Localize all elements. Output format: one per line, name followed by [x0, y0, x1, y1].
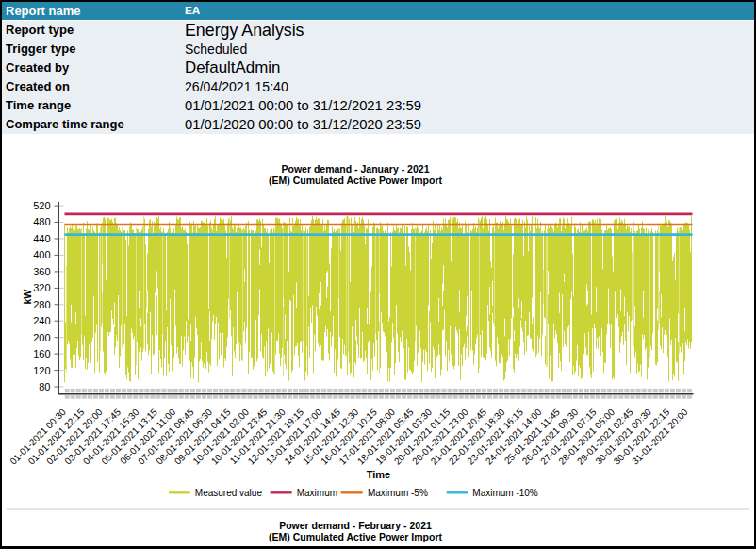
svg-text:240: 240	[33, 315, 50, 326]
svg-text:520: 520	[33, 200, 50, 211]
svg-text:320: 320	[33, 282, 50, 293]
svg-text:Maximum -5%: Maximum -5%	[368, 488, 428, 498]
svg-text:280: 280	[33, 299, 50, 310]
svg-text:400: 400	[33, 249, 50, 260]
svg-text:160: 160	[33, 348, 50, 359]
svg-text:(EM) Cumulated Active Power Im: (EM) Cumulated Active Power Import	[269, 531, 442, 542]
svg-text:480: 480	[33, 216, 50, 227]
svg-text:360: 360	[33, 266, 50, 277]
svg-text:Maximum: Maximum	[297, 488, 337, 498]
svg-text:kW: kW	[22, 290, 33, 305]
svg-text:200: 200	[33, 332, 50, 343]
svg-text:(EM) Cumulated Active Power Im: (EM) Cumulated Active Power Import	[269, 175, 442, 186]
svg-text:Maximum -10%: Maximum -10%	[472, 488, 538, 498]
svg-text:440: 440	[33, 233, 50, 244]
svg-text:Power demand - February - 2021: Power demand - February - 2021	[279, 520, 432, 531]
svg-text:120: 120	[33, 365, 50, 376]
svg-text:Time: Time	[367, 469, 390, 480]
svg-text:80: 80	[39, 381, 50, 392]
svg-text:Power demand - January - 2021: Power demand - January - 2021	[282, 163, 430, 175]
svg-text:Measured value: Measured value	[195, 488, 263, 498]
